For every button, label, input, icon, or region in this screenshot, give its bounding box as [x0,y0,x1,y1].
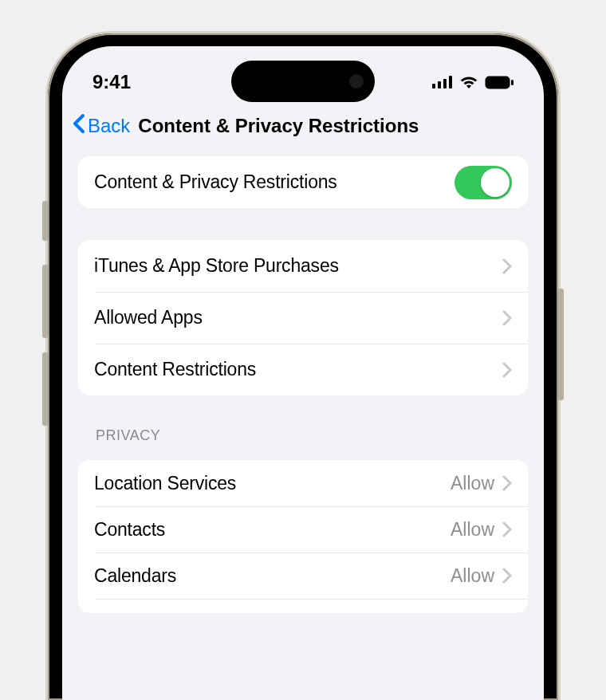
calendars-row[interactable]: Calendars Allow [78,553,528,599]
phone-frame: 9:41 [48,33,558,700]
nav-bar: Back Content & Privacy Restrictions [62,110,544,153]
nav-title: Content & Privacy Restrictions [138,115,419,137]
chevron-right-icon [502,310,512,326]
row-label: Allowed Apps [94,307,502,328]
wifi-icon [459,75,478,89]
itunes-app-store-row[interactable]: iTunes & App Store Purchases [78,240,528,292]
location-services-row[interactable]: Location Services Allow [78,460,528,506]
privacy-group: Location Services Allow Contacts Allow C… [78,460,528,613]
screen: 9:41 [62,46,544,700]
chevron-right-icon [502,362,512,378]
row-label: iTunes & App Store Purchases [94,255,502,277]
svg-rect-1 [438,81,441,88]
battery-icon [485,76,514,89]
back-button[interactable]: Back [72,112,130,140]
row-label: Location Services [94,473,451,494]
side-button [42,265,48,338]
toggle-switch[interactable] [454,166,512,199]
content-restrictions-row[interactable]: Content Restrictions [78,344,528,395]
content: Content & Privacy Restrictions iTunes & … [62,156,544,613]
chevron-right-icon [502,521,512,537]
row-label: Content Restrictions [94,359,502,380]
chevron-right-icon [502,258,512,274]
privacy-header: PRIVACY [78,395,528,452]
row-value: Allow [451,473,494,494]
side-button [42,352,48,426]
svg-rect-3 [449,76,452,88]
allowed-apps-row[interactable]: Allowed Apps [78,292,528,344]
svg-rect-4 [486,76,510,88]
toggle-group: Content & Privacy Restrictions [78,156,528,208]
chevron-right-icon [502,568,512,584]
row-value: Allow [451,519,494,541]
cellular-icon [432,76,453,88]
back-label: Back [88,115,130,137]
chevron-right-icon [502,475,512,491]
side-button [42,201,48,241]
svg-rect-0 [432,84,435,88]
contacts-row[interactable]: Contacts Allow [78,506,528,553]
status-time: 9:41 [92,71,188,93]
svg-rect-2 [443,79,447,88]
main-group: iTunes & App Store Purchases Allowed App… [78,240,528,395]
status-indicators [418,75,514,89]
list-item[interactable] [78,599,528,613]
row-label: Contacts [94,519,451,541]
row-value: Allow [451,565,494,587]
svg-rect-5 [511,80,514,85]
toggle-label: Content & Privacy Restrictions [94,171,454,193]
chevron-left-icon [72,112,88,140]
row-label: Calendars [94,565,451,587]
toggle-knob [481,168,510,197]
side-button [558,289,564,400]
content-privacy-toggle-row[interactable]: Content & Privacy Restrictions [78,156,528,208]
dynamic-island [231,61,375,102]
